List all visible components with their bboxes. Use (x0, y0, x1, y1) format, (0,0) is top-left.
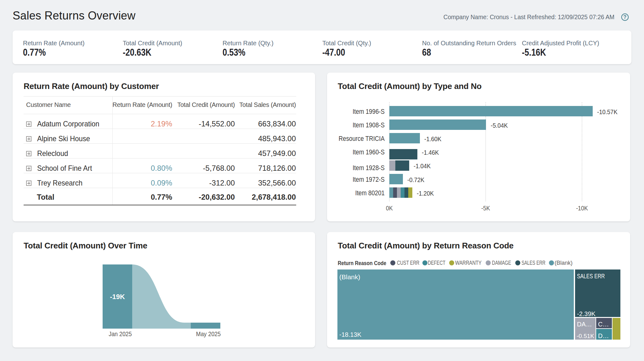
svg-text:-19K: -19K (110, 293, 125, 301)
svg-text:?: ? (624, 14, 627, 20)
